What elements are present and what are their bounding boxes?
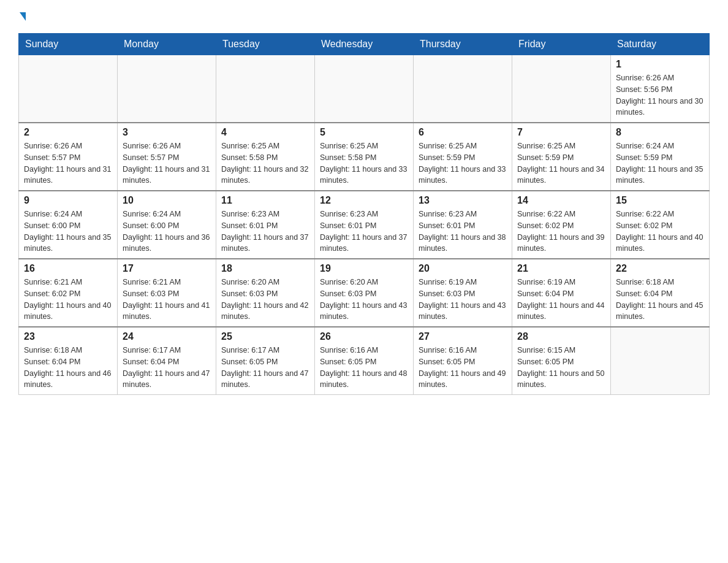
calendar-day-cell: 7Sunrise: 6:25 AMSunset: 5:59 PMDaylight…	[512, 123, 611, 191]
day-number: 12	[320, 195, 408, 206]
day-number: 15	[616, 195, 704, 206]
weekday-header-sunday: Sunday	[19, 34, 118, 55]
logo	[18, 12, 26, 21]
calendar-day-cell: 28Sunrise: 6:15 AMSunset: 6:05 PMDayligh…	[512, 327, 611, 395]
calendar-day-cell: 26Sunrise: 6:16 AMSunset: 6:05 PMDayligh…	[315, 327, 414, 395]
calendar-day-cell: 17Sunrise: 6:21 AMSunset: 6:03 PMDayligh…	[118, 259, 216, 327]
day-info: Sunrise: 6:23 AMSunset: 6:01 PMDaylight:…	[320, 209, 408, 255]
day-number: 18	[221, 263, 309, 274]
calendar-day-cell: 18Sunrise: 6:20 AMSunset: 6:03 PMDayligh…	[216, 259, 315, 327]
calendar-day-cell: 3Sunrise: 6:26 AMSunset: 5:57 PMDaylight…	[118, 123, 216, 191]
calendar-day-cell: 14Sunrise: 6:22 AMSunset: 6:02 PMDayligh…	[512, 191, 611, 259]
day-info: Sunrise: 6:15 AMSunset: 6:05 PMDaylight:…	[517, 345, 605, 391]
day-info: Sunrise: 6:26 AMSunset: 5:57 PMDaylight:…	[24, 140, 112, 186]
day-number: 27	[419, 331, 507, 342]
day-info: Sunrise: 6:18 AMSunset: 6:04 PMDaylight:…	[616, 277, 704, 323]
calendar-day-cell	[512, 55, 611, 123]
calendar-day-cell: 9Sunrise: 6:24 AMSunset: 6:00 PMDaylight…	[19, 191, 118, 259]
day-info: Sunrise: 6:25 AMSunset: 5:59 PMDaylight:…	[419, 140, 507, 186]
calendar-week-row: 16Sunrise: 6:21 AMSunset: 6:02 PMDayligh…	[19, 259, 710, 327]
calendar-week-row: 23Sunrise: 6:18 AMSunset: 6:04 PMDayligh…	[19, 327, 710, 395]
day-number: 25	[221, 331, 309, 342]
page-header	[18, 12, 710, 21]
day-number: 4	[221, 127, 309, 138]
day-info: Sunrise: 6:19 AMSunset: 6:04 PMDaylight:…	[517, 277, 605, 323]
day-number: 11	[221, 195, 309, 206]
calendar-day-cell: 11Sunrise: 6:23 AMSunset: 6:01 PMDayligh…	[216, 191, 315, 259]
calendar-day-cell	[118, 55, 216, 123]
weekday-header-monday: Monday	[118, 34, 216, 55]
calendar-day-cell	[216, 55, 315, 123]
day-info: Sunrise: 6:17 AMSunset: 6:05 PMDaylight:…	[221, 345, 309, 391]
calendar-day-cell: 21Sunrise: 6:19 AMSunset: 6:04 PMDayligh…	[512, 259, 611, 327]
calendar-day-cell: 15Sunrise: 6:22 AMSunset: 6:02 PMDayligh…	[611, 191, 710, 259]
day-info: Sunrise: 6:24 AMSunset: 5:59 PMDaylight:…	[616, 140, 704, 186]
day-number: 6	[419, 127, 507, 138]
calendar-day-cell: 10Sunrise: 6:24 AMSunset: 6:00 PMDayligh…	[118, 191, 216, 259]
day-info: Sunrise: 6:16 AMSunset: 6:05 PMDaylight:…	[320, 345, 408, 391]
calendar-day-cell: 4Sunrise: 6:25 AMSunset: 5:58 PMDaylight…	[216, 123, 315, 191]
calendar-header-row: SundayMondayTuesdayWednesdayThursdayFrid…	[19, 34, 710, 55]
calendar-day-cell: 20Sunrise: 6:19 AMSunset: 6:03 PMDayligh…	[414, 259, 512, 327]
day-number: 28	[517, 331, 605, 342]
day-number: 10	[123, 195, 211, 206]
day-number: 8	[616, 127, 704, 138]
calendar-day-cell: 13Sunrise: 6:23 AMSunset: 6:01 PMDayligh…	[414, 191, 512, 259]
calendar-day-cell: 19Sunrise: 6:20 AMSunset: 6:03 PMDayligh…	[315, 259, 414, 327]
calendar-day-cell: 25Sunrise: 6:17 AMSunset: 6:05 PMDayligh…	[216, 327, 315, 395]
day-info: Sunrise: 6:23 AMSunset: 6:01 PMDaylight:…	[221, 209, 309, 255]
day-info: Sunrise: 6:26 AMSunset: 5:56 PMDaylight:…	[616, 72, 704, 118]
day-info: Sunrise: 6:16 AMSunset: 6:05 PMDaylight:…	[419, 345, 507, 391]
weekday-header-friday: Friday	[512, 34, 611, 55]
weekday-header-saturday: Saturday	[611, 34, 710, 55]
day-info: Sunrise: 6:25 AMSunset: 5:58 PMDaylight:…	[320, 140, 408, 186]
day-info: Sunrise: 6:20 AMSunset: 6:03 PMDaylight:…	[221, 277, 309, 323]
day-number: 21	[517, 263, 605, 274]
day-number: 3	[123, 127, 211, 138]
weekday-header-wednesday: Wednesday	[315, 34, 414, 55]
day-number: 2	[24, 127, 112, 138]
day-number: 22	[616, 263, 704, 274]
weekday-header-thursday: Thursday	[414, 34, 512, 55]
calendar-day-cell	[414, 55, 512, 123]
calendar-day-cell: 23Sunrise: 6:18 AMSunset: 6:04 PMDayligh…	[19, 327, 118, 395]
day-number: 5	[320, 127, 408, 138]
day-info: Sunrise: 6:17 AMSunset: 6:04 PMDaylight:…	[123, 345, 211, 391]
calendar-day-cell	[19, 55, 118, 123]
calendar-day-cell: 22Sunrise: 6:18 AMSunset: 6:04 PMDayligh…	[611, 259, 710, 327]
calendar-day-cell: 2Sunrise: 6:26 AMSunset: 5:57 PMDaylight…	[19, 123, 118, 191]
calendar-table: SundayMondayTuesdayWednesdayThursdayFrid…	[18, 33, 710, 395]
calendar-day-cell: 6Sunrise: 6:25 AMSunset: 5:59 PMDaylight…	[414, 123, 512, 191]
calendar-day-cell	[611, 327, 710, 395]
day-info: Sunrise: 6:24 AMSunset: 6:00 PMDaylight:…	[24, 209, 112, 255]
day-number: 24	[123, 331, 211, 342]
calendar-week-row: 2Sunrise: 6:26 AMSunset: 5:57 PMDaylight…	[19, 123, 710, 191]
day-number: 13	[419, 195, 507, 206]
day-info: Sunrise: 6:23 AMSunset: 6:01 PMDaylight:…	[419, 209, 507, 255]
day-info: Sunrise: 6:21 AMSunset: 6:03 PMDaylight:…	[123, 277, 211, 323]
day-number: 26	[320, 331, 408, 342]
day-info: Sunrise: 6:25 AMSunset: 5:58 PMDaylight:…	[221, 140, 309, 186]
day-info: Sunrise: 6:19 AMSunset: 6:03 PMDaylight:…	[419, 277, 507, 323]
calendar-day-cell: 27Sunrise: 6:16 AMSunset: 6:05 PMDayligh…	[414, 327, 512, 395]
day-number: 23	[24, 331, 112, 342]
calendar-week-row: 9Sunrise: 6:24 AMSunset: 6:00 PMDaylight…	[19, 191, 710, 259]
calendar-day-cell	[315, 55, 414, 123]
calendar-day-cell: 1Sunrise: 6:26 AMSunset: 5:56 PMDaylight…	[611, 55, 710, 123]
weekday-header-tuesday: Tuesday	[216, 34, 315, 55]
day-number: 14	[517, 195, 605, 206]
day-info: Sunrise: 6:25 AMSunset: 5:59 PMDaylight:…	[517, 140, 605, 186]
day-number: 9	[24, 195, 112, 206]
calendar-day-cell: 16Sunrise: 6:21 AMSunset: 6:02 PMDayligh…	[19, 259, 118, 327]
day-info: Sunrise: 6:24 AMSunset: 6:00 PMDaylight:…	[123, 209, 211, 255]
day-number: 19	[320, 263, 408, 274]
calendar-day-cell: 5Sunrise: 6:25 AMSunset: 5:58 PMDaylight…	[315, 123, 414, 191]
day-number: 20	[419, 263, 507, 274]
calendar-day-cell: 24Sunrise: 6:17 AMSunset: 6:04 PMDayligh…	[118, 327, 216, 395]
day-info: Sunrise: 6:21 AMSunset: 6:02 PMDaylight:…	[24, 277, 112, 323]
day-info: Sunrise: 6:22 AMSunset: 6:02 PMDaylight:…	[616, 209, 704, 255]
day-info: Sunrise: 6:26 AMSunset: 5:57 PMDaylight:…	[123, 140, 211, 186]
calendar-week-row: 1Sunrise: 6:26 AMSunset: 5:56 PMDaylight…	[19, 55, 710, 123]
day-info: Sunrise: 6:20 AMSunset: 6:03 PMDaylight:…	[320, 277, 408, 323]
day-info: Sunrise: 6:18 AMSunset: 6:04 PMDaylight:…	[24, 345, 112, 391]
